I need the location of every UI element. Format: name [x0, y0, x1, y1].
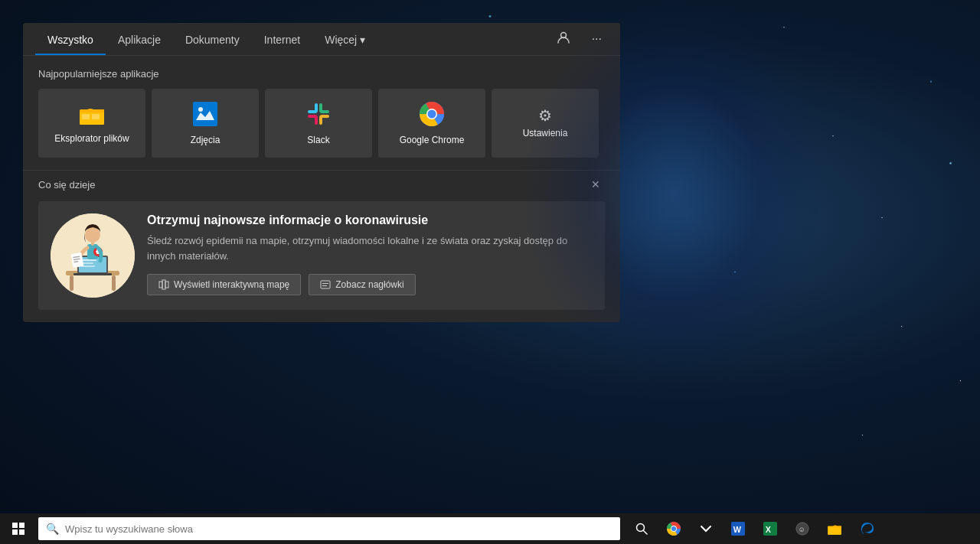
news-content: Otrzymuj najnowsze informacje o koronawi…: [147, 213, 593, 295]
folder-icon: [80, 103, 104, 129]
svg-rect-43: [322, 283, 328, 284]
svg-rect-25: [81, 259, 96, 261]
svg-rect-5: [92, 114, 100, 119]
search-icon: 🔍: [46, 523, 59, 535]
person-icon-button[interactable]: [550, 28, 577, 50]
app-label-chrome: Google Chrome: [400, 135, 465, 145]
search-panel: Wszystko Aplikacje Dokumenty Internet Wi…: [23, 23, 620, 322]
map-icon: [158, 279, 169, 290]
svg-rect-28: [74, 273, 112, 275]
tabs-bar: Wszystko Aplikacje Dokumenty Internet Wi…: [23, 23, 620, 56]
svg-rect-39: [159, 282, 162, 288]
map-button[interactable]: Wyświetl interaktywną mapę: [147, 274, 301, 295]
taskbar-word-button[interactable]: W: [723, 513, 753, 544]
news-section: Co się dzieje ✕: [23, 170, 620, 322]
taskbar-app5-button[interactable]: ☺: [787, 513, 818, 544]
app-label-slack: Slack: [307, 135, 329, 145]
app-tile-explorer[interactable]: Eksplorator plików: [38, 89, 145, 158]
svg-text:☺: ☺: [799, 526, 805, 533]
tab-all[interactable]: Wszystko: [35, 23, 106, 55]
tab-internet[interactable]: Internet: [252, 23, 312, 55]
news-section-title: Co się dzieje: [38, 179, 95, 191]
svg-point-53: [671, 526, 676, 531]
svg-rect-22: [112, 275, 116, 291]
start-button[interactable]: [3, 513, 34, 544]
taskbar-files-button[interactable]: [819, 513, 850, 544]
app-tile-slack[interactable]: Slack: [265, 89, 372, 158]
svg-point-31: [85, 227, 100, 243]
svg-rect-14: [315, 116, 318, 125]
taskbar-search-button[interactable]: [626, 513, 657, 544]
taskbar-apps: W X ☺: [626, 513, 882, 544]
svg-rect-46: [19, 523, 24, 528]
taskbar-chrome-button[interactable]: [658, 513, 689, 544]
search-input[interactable]: [65, 523, 612, 535]
svg-rect-6: [193, 102, 217, 126]
tab-apps[interactable]: Aplikacje: [106, 23, 173, 55]
more-options-button[interactable]: ···: [586, 29, 608, 49]
gear-icon: ⚙: [538, 108, 552, 123]
news-body: Śledź rozwój epidemii na mapie, otrzymuj…: [147, 233, 593, 263]
chrome-icon: [420, 102, 444, 130]
taskbar: 🔍: [0, 513, 980, 544]
svg-point-7: [198, 107, 203, 112]
news-illustration: [51, 213, 135, 298]
chevron-down-icon: ▾: [360, 34, 365, 46]
taskbar-edge-button[interactable]: [851, 513, 882, 544]
svg-text:W: W: [733, 525, 742, 534]
apps-grid: Eksplorator plików Zdjęcia: [38, 89, 605, 158]
news-header: Co się dzieje ✕: [38, 177, 605, 192]
app-label-explorer: Eksplorator plików: [54, 133, 129, 144]
svg-rect-21: [70, 275, 74, 291]
app-label-settings: Ustawienia: [523, 128, 568, 138]
tab-more[interactable]: Więcej ▾: [312, 23, 377, 55]
tab-docs[interactable]: Dokumenty: [173, 23, 252, 55]
svg-rect-45: [12, 523, 18, 528]
taskbar-excel-button[interactable]: X: [755, 513, 786, 544]
svg-rect-12: [320, 110, 329, 113]
svg-line-50: [644, 531, 648, 535]
news-actions: Wyświetl interaktywną mapę Zobacz nagłów…: [147, 274, 593, 295]
app-tile-settings[interactable]: ⚙ Ustawienia: [492, 89, 599, 158]
app-tile-chrome[interactable]: Google Chrome: [378, 89, 485, 158]
svg-rect-48: [19, 529, 24, 535]
headlines-button[interactable]: Zobacz nagłówki: [309, 274, 415, 295]
svg-rect-42: [321, 281, 330, 288]
taskbar-cmd-button[interactable]: [691, 513, 721, 544]
close-news-button[interactable]: ✕: [586, 177, 605, 192]
svg-rect-10: [308, 110, 317, 113]
app-label-photos: Zdjęcia: [191, 135, 220, 145]
popular-apps-section: Najpopularniejsze aplikacje: [23, 56, 620, 170]
popular-apps-title: Najpopularniejsze aplikacje: [38, 68, 605, 80]
svg-rect-47: [12, 529, 18, 535]
photos-icon: [193, 102, 217, 130]
news-heading: Otrzymuj najnowsze informacje o koronawi…: [147, 213, 593, 227]
svg-rect-44: [322, 285, 327, 286]
app-tile-photos[interactable]: Zdjęcia: [152, 89, 259, 158]
svg-rect-41: [165, 282, 168, 288]
svg-text:X: X: [766, 525, 772, 534]
svg-rect-15: [319, 116, 322, 125]
svg-point-18: [428, 109, 436, 118]
svg-rect-40: [162, 280, 165, 289]
news-icon: [320, 279, 331, 290]
slack-icon: [306, 102, 331, 130]
news-card: Otrzymuj najnowsze informacje o koronawi…: [38, 201, 605, 310]
svg-rect-4: [82, 114, 90, 119]
desktop: Wszystko Aplikacje Dokumenty Internet Wi…: [0, 0, 980, 544]
tabs-actions: ···: [550, 28, 608, 50]
taskbar-search-bar[interactable]: 🔍: [38, 517, 620, 540]
